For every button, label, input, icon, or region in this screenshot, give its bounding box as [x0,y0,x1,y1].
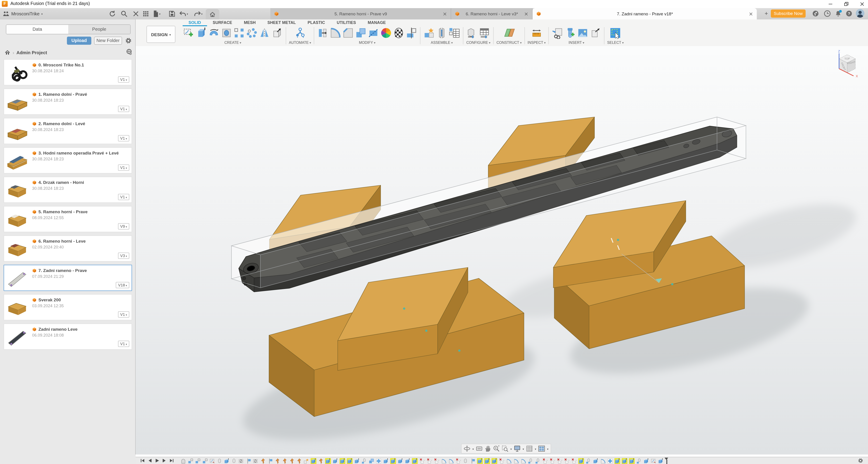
orbit-caret[interactable]: ▾ [472,447,474,450]
revolve-icon[interactable] [208,27,220,39]
press-pull-icon[interactable] [317,27,329,39]
data-panel-grid-icon[interactable] [142,10,150,18]
split-icon[interactable] [368,27,379,39]
group-label-configure[interactable]: CONFIGURE [466,41,491,45]
help-icon[interactable]: ? [845,10,852,17]
ribbon-tab-plastic[interactable]: PLASTIC [302,20,331,26]
undo-icon[interactable] [179,10,187,18]
display-settings-caret[interactable]: ▾ [523,447,524,450]
timeline-feature-hole2[interactable] [535,458,541,464]
ribbon-tab-manage[interactable]: MANAGE [362,20,392,26]
ribbon-tab-surface[interactable]: SURFACE [207,20,238,26]
timeline-feature-extrude[interactable] [578,458,584,464]
item-version-dropdown[interactable]: V1 [118,194,129,200]
item-version-dropdown[interactable]: V18 [116,282,129,288]
timeline-feature-suppress[interactable] [549,458,555,464]
fastener-icon[interactable] [564,27,576,39]
timeline-feature-hole[interactable] [463,458,468,464]
timeline-feature-fillet[interactable] [520,458,526,464]
design-item-0[interactable]: 0. Mrosconi Trike No.1 30.08.2024 18:24 … [4,59,132,86]
timeline-feature-flag[interactable] [246,458,251,464]
tab-close-icon[interactable] [442,11,447,16]
item-version-dropdown[interactable]: V1 [118,311,129,318]
item-version-dropdown[interactable]: V9 [118,223,129,230]
timeline-feature-component[interactable] [303,458,309,464]
workspace-design-button[interactable]: DESIGN ▾ [147,26,176,43]
design-item-1[interactable]: 1. Rameno dolní - Pravé 30.08.2024 18:23… [4,89,132,115]
document-tab-2[interactable]: 6. Rameno horni - Leve v3* [451,8,532,20]
hole-icon[interactable] [221,27,232,39]
config-table-icon[interactable] [479,27,491,39]
timeline-feature-fillet[interactable] [441,458,447,464]
timeline-feature-pin[interactable] [260,458,266,464]
redo-icon[interactable] [193,10,201,18]
timeline-feature-extrude[interactable] [354,458,360,464]
job-status-clock-icon[interactable] [824,10,831,17]
timeline-feature-appearance[interactable] [238,458,244,464]
upload-button[interactable]: Upload [67,37,91,45]
item-version-dropdown[interactable]: V1 [118,135,129,141]
timeline-go-to-start-icon[interactable] [140,458,145,463]
canvas-icon[interactable] [577,27,589,39]
timeline-feature-suppress[interactable] [557,458,562,464]
import-icon[interactable] [590,27,601,39]
timeline-feature-extrude[interactable] [224,458,230,464]
timeline-feature-hole2[interactable] [361,458,367,464]
timeline-feature-plane[interactable] [188,458,193,464]
timeline-feature-extrude[interactable] [340,458,345,464]
timeline-feature-extrude[interactable] [658,458,664,464]
timeline-feature-extrude[interactable] [491,458,497,464]
chamfer-icon[interactable] [342,27,354,39]
file-icon[interactable] [152,10,160,18]
close-icon[interactable] [132,10,140,18]
timeline-feature-extrude[interactable] [405,458,410,464]
home-view-button[interactable] [206,9,219,20]
document-tab-3[interactable]: 7. Zadni rameno - Prave v18* [532,8,757,20]
timeline-feature-flag[interactable] [267,458,273,464]
search-icon[interactable] [120,10,128,18]
item-version-dropdown[interactable]: V1 [118,106,129,112]
timeline-feature-suppress[interactable] [571,458,577,464]
timeline-feature-plane[interactable] [195,458,201,464]
construct-plane-icon[interactable] [503,27,515,39]
display-settings-icon[interactable] [514,445,521,452]
timeline-feature-fillet[interactable] [506,458,512,464]
timeline-feature-chamfer[interactable] [376,458,381,464]
breadcrumb-project[interactable]: Admin Project [17,50,47,55]
timeline-feature-extrude[interactable] [325,458,331,464]
window-zoom-icon[interactable] [501,445,508,452]
timeline-feature-pin[interactable] [296,458,302,464]
ribbon-tab-mesh[interactable]: MESH [238,20,261,26]
timeline-feature-pin[interactable] [274,458,280,464]
viewports-caret[interactable]: ▾ [547,447,548,450]
ribbon-tab-utilities[interactable]: UTILITIES [331,20,362,26]
new-document-tab-button[interactable]: + [763,10,770,17]
new-component-icon[interactable] [423,27,435,39]
look-at-icon[interactable] [475,445,483,452]
group-label-construct[interactable]: CONSTRUCT [496,41,522,45]
group-label-automate[interactable]: AUTOMATE [289,41,311,45]
home-icon[interactable] [4,49,10,55]
tab-close-icon[interactable] [749,11,753,16]
window-zoom-caret[interactable]: ▾ [510,447,512,450]
item-version-dropdown[interactable]: V1 [118,341,129,347]
group-label-select[interactable]: SELECT [607,41,624,45]
create-sketch-icon[interactable] [183,27,194,39]
mirror-icon[interactable] [258,27,270,39]
timeline-play-icon[interactable] [155,458,160,463]
group-label-insert[interactable]: INSERT [568,41,584,45]
timeline-go-to-end-icon[interactable] [169,458,174,463]
design-item-8[interactable]: Sverak 200 03.09.2024 12:35 V1 [4,294,132,320]
timeline-feature-extrude[interactable] [347,458,352,464]
timeline-feature-suppress[interactable] [434,458,439,464]
measure-icon[interactable] [531,27,542,39]
insert-derive-icon[interactable] [552,27,563,39]
timeline-feature-extrude[interactable] [332,458,338,464]
timeline-feature-hole2[interactable] [528,458,533,464]
timeline-step-forward-icon[interactable] [162,458,167,463]
fillet-icon[interactable] [330,27,341,39]
timeline-feature-suppress[interactable] [499,458,504,464]
timeline-step-back-icon[interactable] [147,458,152,463]
grid-settings-caret[interactable]: ▾ [535,447,536,450]
timeline-feature-extrude[interactable] [614,458,620,464]
